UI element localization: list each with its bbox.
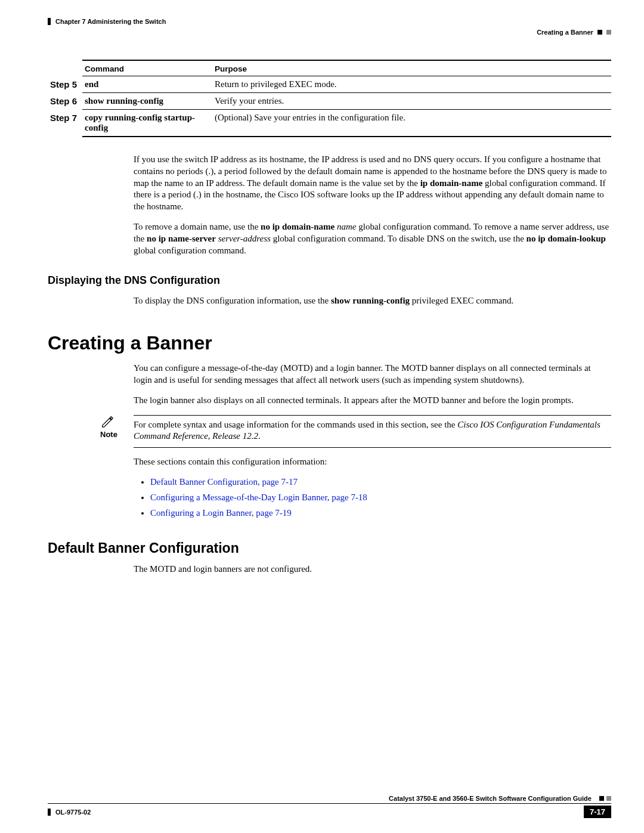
step-label: Step 5 xyxy=(48,76,82,93)
table-row: Step 6 show running-config Verify your e… xyxy=(48,93,611,110)
paragraph: If you use the switch IP address as its … xyxy=(134,154,611,213)
heading-default-banner: Default Banner Configuration xyxy=(48,540,611,556)
note-label: Note xyxy=(100,430,117,439)
header-section-right: Creating a Banner xyxy=(48,29,611,36)
purpose-cell: Return to privileged EXEC mode. xyxy=(212,76,611,93)
section-right-text: Creating a Banner xyxy=(537,29,593,36)
command-cell: copy running-config startup-config xyxy=(82,110,212,137)
decor-square-dark xyxy=(597,30,602,35)
heading-creating-banner: Creating a Banner xyxy=(48,332,611,354)
footer-bar-icon xyxy=(48,809,51,816)
command-cell: show running-config xyxy=(82,93,212,110)
th-command: Command xyxy=(82,60,212,76)
paragraph: These sections contain this configuratio… xyxy=(134,456,611,468)
header-chapter-line: Chapter 7 Administering the Switch xyxy=(48,18,611,25)
decor-square-light xyxy=(606,796,611,801)
purpose-cell: (Optional) Save your entries in the conf… xyxy=(212,110,611,137)
pencil-icon xyxy=(100,415,114,428)
note-text: For complete syntax and usage informatio… xyxy=(134,415,611,448)
decor-square-dark xyxy=(599,796,604,801)
table-row: Step 7 copy running-config startup-confi… xyxy=(48,110,611,137)
page-number-badge: 7-17 xyxy=(584,806,611,818)
paragraph: The login banner also displays on all co… xyxy=(134,395,611,407)
paragraph: You can configure a message-of-the-day (… xyxy=(134,363,611,386)
footer-guide-title: Catalyst 3750-E and 3560-E Switch Softwa… xyxy=(389,795,592,802)
decor-square-light xyxy=(606,30,611,35)
header-bar-icon xyxy=(48,18,51,25)
th-purpose: Purpose xyxy=(212,60,611,76)
command-cell: end xyxy=(82,76,212,93)
page-footer: Catalyst 3750-E and 3560-E Switch Softwa… xyxy=(48,795,611,818)
note-block: Note For complete syntax and usage infor… xyxy=(134,415,611,448)
link-item[interactable]: Default Banner Configuration, page 7-17 xyxy=(150,476,611,488)
footer-doc-id: OL-9775-02 xyxy=(55,809,91,816)
heading-dns: Displaying the DNS Configuration xyxy=(48,274,611,287)
purpose-cell: Verify your entries. xyxy=(212,93,611,110)
paragraph: The MOTD and login banners are not confi… xyxy=(134,563,611,575)
step-label: Step 7 xyxy=(48,110,82,137)
link-item[interactable]: Configuring a Message-of-the-Day Login B… xyxy=(150,492,611,504)
table-row: Step 5 end Return to privileged EXEC mod… xyxy=(48,76,611,93)
paragraph: To display the DNS configuration informa… xyxy=(134,295,611,307)
link-list: Default Banner Configuration, page 7-17 … xyxy=(134,476,611,519)
step-label: Step 6 xyxy=(48,93,82,110)
paragraph: To remove a domain name, use the no ip d… xyxy=(134,221,611,256)
link-item[interactable]: Configuring a Login Banner, page 7-19 xyxy=(150,507,611,519)
chapter-label: Chapter 7 Administering the Switch xyxy=(55,18,166,25)
command-table: Command Purpose Step 5 end Return to pri… xyxy=(48,60,611,137)
